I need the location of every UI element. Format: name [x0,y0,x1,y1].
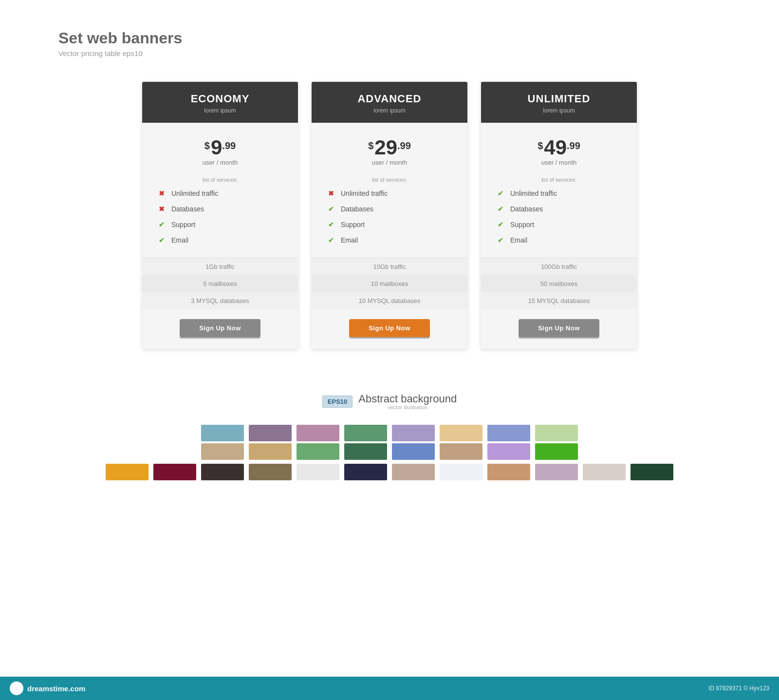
spec-row: 10 MYSQL databases [312,292,467,309]
plan-subtitle-economy: lorem ipsum [147,107,293,114]
eps-label: Abstract background [358,393,457,405]
check-icon: ✔ [157,220,167,229]
feature-text: Databases [341,205,373,213]
color-swatch [392,464,435,480]
price-cents-economy: .99 [222,140,236,151]
services-label-advanced: list of services: [326,177,453,183]
color-swatch [440,443,482,460]
swatch-group [440,425,482,460]
color-swatch [201,464,244,480]
card-header-unlimited: UNLIMITED lorem ipsum [481,82,637,123]
color-swatch [487,443,530,460]
check-icon: ✔ [326,235,336,245]
color-swatch [583,464,626,480]
color-swatch [631,464,673,480]
spec-row: 3 MYSQL databases [142,292,298,309]
spec-row: 5 mailboxes [142,275,298,292]
color-swatch [392,425,435,441]
feature-list-advanced: ✖ Unlimited traffic ✔ Databases ✔ Suppor… [326,186,453,248]
color-swatch [344,425,387,441]
spec-row: 50 mailboxes [481,275,637,292]
color-swatch [249,443,292,460]
card-header-advanced: ADVANCED lorem ipsum [312,82,467,123]
list-item: ✔ Email [157,232,283,248]
color-swatch [297,425,339,441]
swatch-wrapper [39,425,740,480]
price-cents-advanced: .99 [397,140,411,151]
card-footer-advanced: Sign Up Now [312,309,467,349]
swatch-group [535,425,578,460]
color-swatch [297,464,339,480]
list-item: ✔ Databases [496,201,622,217]
feature-text: Support [341,221,365,228]
color-swatches [0,425,779,480]
swatch-group [487,425,530,460]
specs-section-advanced: 10Gb traffic10 mailboxes10 MYSQL databas… [312,258,467,309]
services-label-economy: list of services: [157,177,283,183]
spec-row: 10Gb traffic [312,258,467,275]
image-id: ID 87829371 © Hyv123 [708,685,769,692]
check-icon: ✔ [496,235,505,245]
color-swatch [440,464,482,480]
color-swatch [249,425,292,441]
price-line-advanced: $ 29 .99 [326,137,453,158]
plan-subtitle-advanced: lorem ipsum [316,107,463,114]
color-swatch [153,464,196,480]
price-amount-economy: 9 [211,137,222,158]
card-body-economy: $ 9 .99 user / month list of services: ✖… [142,123,298,258]
price-amount-unlimited: 49 [544,137,567,158]
feature-text: Unlimited traffic [510,189,557,197]
color-swatch [249,464,292,480]
spec-row: 15 MYSQL databases [481,292,637,309]
services-label-unlimited: list of services: [496,177,622,183]
feature-list-economy: ✖ Unlimited traffic ✖ Databases ✔ Suppor… [157,186,283,248]
bottom-section: EPS10 Abstract background vector illustr… [0,393,779,480]
price-line-economy: $ 9 .99 [157,137,283,158]
pricing-card-economy: ECONOMY lorem ipsum $ 9 .99 user / month… [142,82,298,349]
feature-text: Unlimited traffic [171,189,218,197]
spec-row: 100Gb traffic [481,258,637,275]
price-dollar-advanced: $ [368,140,373,151]
feature-text: Databases [171,205,204,213]
color-swatch [535,443,578,460]
price-amount-advanced: 29 [374,137,397,158]
check-icon: ✔ [496,204,505,214]
plan-name-economy: ECONOMY [147,93,293,105]
color-swatch [344,464,387,480]
check-icon: ✔ [326,204,336,214]
list-item: ✖ Databases [157,201,283,217]
cross-icon: ✖ [157,204,167,214]
feature-text: Unlimited traffic [341,189,388,197]
swatch-group [249,425,292,460]
signup-button-advanced[interactable]: Sign Up Now [349,319,430,337]
price-period-economy: user / month [157,159,283,166]
color-swatch [535,425,578,441]
swatch-group [297,425,339,460]
feature-text: Databases [510,205,543,213]
eps-label-group: Abstract background vector illustration [358,393,457,410]
color-swatch [392,443,435,460]
list-item: ✔ Unlimited traffic [496,186,622,201]
cross-icon: ✖ [157,189,167,198]
plan-name-unlimited: UNLIMITED [486,93,632,105]
color-swatch [440,425,482,441]
pricing-card-unlimited: UNLIMITED lorem ipsum $ 49 .99 user / mo… [481,82,637,349]
check-icon: ✔ [157,235,167,245]
dreamstime-name: dreamstime.com [27,684,85,693]
feature-text: Email [510,236,527,244]
dreamstime-logo [10,681,23,695]
specs-section-economy: 1Gb traffic5 mailboxes3 MYSQL databases [142,258,298,309]
signup-button-unlimited[interactable]: Sign Up Now [519,319,599,337]
bottom-bar: dreamstime.com ID 87829371 © Hyv123 [0,677,779,700]
swatch-group [344,425,387,460]
card-footer-unlimited: Sign Up Now [481,309,637,349]
swatch-row-2 [106,464,673,480]
list-item: ✔ Support [157,217,283,232]
card-header-economy: ECONOMY lorem ipsum [142,82,298,123]
color-swatch [487,464,530,480]
color-swatch [344,443,387,460]
cross-icon: ✖ [326,189,336,198]
list-item: ✔ Support [496,217,622,232]
eps-badge: EPS10 [322,396,352,408]
signup-button-economy[interactable]: Sign Up Now [180,319,260,337]
